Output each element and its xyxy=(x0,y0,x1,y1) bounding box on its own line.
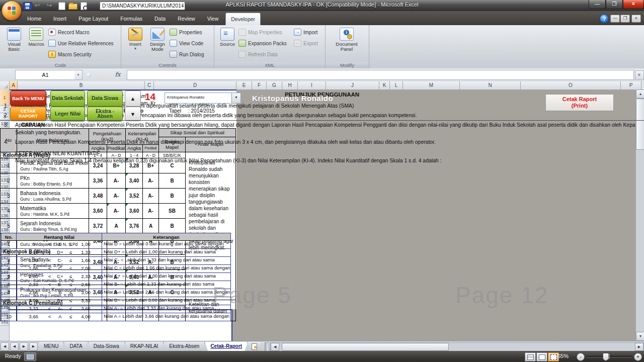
ribbon-tab-home[interactable]: Home xyxy=(22,13,46,25)
column-header-G[interactable]: G xyxy=(267,81,282,89)
file-path-box[interactable]: D:\SMANDASKY\KURIKULUM\2014 ▼ xyxy=(100,2,185,10)
view-code-button[interactable]: View Code xyxy=(170,38,203,48)
sikap-dalam-mapel[interactable]: SB xyxy=(159,204,186,219)
column-header-J[interactable]: J xyxy=(326,81,379,89)
nilai-no[interactable]: 9 xyxy=(2,309,17,313)
nilai-rentang[interactable]: 3,33<A-≤3,66 xyxy=(17,309,102,313)
sheet-tab-menu[interactable]: MENU xyxy=(38,342,64,351)
ribbon-tab-page-layout[interactable]: Page Layout xyxy=(73,13,113,25)
subject-cell[interactable]: MatematikaGuru : Hastina. M.K, S.Pd xyxy=(17,204,89,219)
horizontal-scroll-thumb[interactable] xyxy=(282,343,449,351)
zoom-in-icon[interactable]: + xyxy=(634,353,642,361)
macros-button[interactable]: Macros xyxy=(25,26,47,61)
expand-formula-bar-icon[interactable]: » xyxy=(635,70,644,80)
workbook-restore-button[interactable]: ❐ xyxy=(620,15,630,23)
insert-worksheet-tab[interactable] xyxy=(248,342,261,351)
ki3-angka[interactable]: 3,48 xyxy=(89,189,107,204)
column-header-H[interactable]: H xyxy=(282,81,298,89)
ki3-predikat[interactable]: A- xyxy=(107,189,126,204)
previous-sheet-icon[interactable]: ◀ xyxy=(10,342,19,351)
column-header-O[interactable]: O xyxy=(521,81,621,89)
print-raport-button[interactable]: Cetak Raport (Print) xyxy=(545,94,614,111)
ki3-predikat[interactable]: A- xyxy=(107,204,126,219)
insert-controls-button[interactable]: Insert ▼ xyxy=(124,26,146,61)
column-header-E[interactable]: E xyxy=(236,81,252,89)
maximize-button[interactable]: ❐ xyxy=(606,0,623,9)
office-button[interactable] xyxy=(2,1,22,21)
macro-security-button[interactable]: Macro Security xyxy=(48,49,92,59)
subject-cell[interactable]: Bahasa IndonesiaGuru : Lusia Ahuilina, S… xyxy=(17,189,89,204)
data-siswa-button[interactable]: Data Siswa xyxy=(87,90,123,107)
properties-button[interactable]: Properties xyxy=(170,27,202,37)
ki3-angka[interactable]: 3,72 xyxy=(89,219,107,234)
column-header-B[interactable]: B xyxy=(18,81,145,89)
column-header-D[interactable]: D xyxy=(154,81,236,89)
ribbon-tab-developer[interactable]: Developer xyxy=(225,13,261,25)
column-header-F[interactable]: F xyxy=(252,81,267,89)
ki4-predikat[interactable]: A- xyxy=(143,173,159,189)
visual-basic-button[interactable]: Visual Basic xyxy=(3,26,25,61)
subject-cell[interactable]: Sejarah IndonesiaGuru : Baleng Tinus, S.… xyxy=(17,219,89,234)
ki4-angka[interactable]: 3,52 xyxy=(126,189,143,204)
scroll-up-icon[interactable]: ▲ xyxy=(636,89,644,99)
insert-dropdown-icon[interactable]: ▼ xyxy=(124,47,146,50)
name-box-dropdown-icon[interactable]: ▼ xyxy=(74,70,83,80)
sikap-dalam-mapel[interactable]: B xyxy=(159,219,186,234)
ekstra-absen-button[interactable]: Ekstra - Absen xyxy=(87,107,123,121)
workbook-close-button[interactable]: × xyxy=(631,15,641,23)
sikap-dalam-mapel[interactable]: B xyxy=(159,189,186,204)
horizontal-scrollbar[interactable]: ◀ ▶ xyxy=(270,342,644,351)
ki4-angka[interactable]: 3,40 xyxy=(126,173,143,189)
ribbon-tab-review[interactable]: Review xyxy=(173,13,200,25)
help-icon[interactable]: ? xyxy=(600,14,609,23)
name-box[interactable]: A1 xyxy=(15,70,75,80)
nilai-no[interactable]: 10 xyxy=(2,313,17,321)
sheet-tab-data-siswa[interactable]: Data-Siswa xyxy=(88,342,125,351)
print-preview-icon[interactable] xyxy=(80,2,87,10)
next-sheet-icon[interactable]: ▶ xyxy=(20,342,28,351)
column-header-C[interactable]: C xyxy=(145,81,154,89)
close-button[interactable]: × xyxy=(623,0,644,9)
ki3-angka[interactable]: 3,36 xyxy=(89,173,107,189)
nilai-rentang[interactable]: 3,66<A≤4,00 xyxy=(17,313,102,321)
scroll-up-spin-button[interactable]: ▲ xyxy=(125,90,141,107)
data-sekolah-button[interactable]: Data Sekolah xyxy=(50,90,85,107)
save-icon[interactable] xyxy=(23,2,32,10)
zoom-slider-thumb[interactable] xyxy=(603,353,609,361)
undo-icon[interactable]: ↩ xyxy=(33,2,41,9)
record-macro-button[interactable]: Record Macro xyxy=(48,27,90,37)
zoom-out-icon[interactable]: - xyxy=(577,353,585,361)
column-header-N[interactable]: N xyxy=(460,81,521,89)
ribbon-tab-view[interactable]: View xyxy=(202,13,224,25)
scroll-down-spin-button[interactable]: ▼ xyxy=(125,107,141,121)
ki4-predikat[interactable]: A- xyxy=(143,204,159,219)
scroll-down-icon[interactable]: ▼ xyxy=(636,332,644,341)
new-document-icon[interactable] xyxy=(58,2,65,10)
ki3-predikat[interactable]: A- xyxy=(107,173,126,189)
column-header-K[interactable]: K xyxy=(379,81,390,89)
ribbon-tab-insert[interactable]: Insert xyxy=(48,13,71,25)
back-to-menu-button[interactable]: Back To MENU xyxy=(10,90,46,106)
expansion-packs-button[interactable]: Expansion Packs xyxy=(238,38,287,48)
nilai-keterangan[interactable]: Nilai A = Lebih dari 3,66 dan kurang dar… xyxy=(102,313,231,321)
sheet-tab-cetak-raport[interactable]: Cetak-Raport xyxy=(205,342,248,351)
subject-number[interactable]: 5 xyxy=(1,219,17,234)
column-header-P[interactable]: P xyxy=(621,81,641,89)
subject-number[interactable]: 2 xyxy=(1,173,17,189)
ki3-angka[interactable]: 3,60 xyxy=(89,204,107,219)
subject-number[interactable]: 4 xyxy=(1,204,17,219)
leger-nilai-button[interactable]: Leger Nilai xyxy=(50,107,85,121)
last-sheet-icon[interactable]: ▶ xyxy=(29,342,38,351)
minimize-button[interactable]: — xyxy=(589,0,606,9)
select-all-corner[interactable] xyxy=(0,81,10,89)
column-header-L[interactable]: L xyxy=(390,81,403,89)
normal-view-button[interactable] xyxy=(525,352,536,361)
column-header-I[interactable]: I xyxy=(298,81,326,89)
tab-scroll-splitter[interactable] xyxy=(265,342,269,351)
ribbon-tab-data[interactable]: Data xyxy=(149,13,171,25)
ki4-angka[interactable]: 3,76 xyxy=(126,219,143,234)
first-sheet-icon[interactable]: ◀ xyxy=(1,342,9,351)
source-button[interactable]: Source xyxy=(216,26,238,61)
subject-number[interactable]: 3 xyxy=(1,189,17,204)
scroll-left-icon[interactable]: ◀ xyxy=(271,343,279,351)
